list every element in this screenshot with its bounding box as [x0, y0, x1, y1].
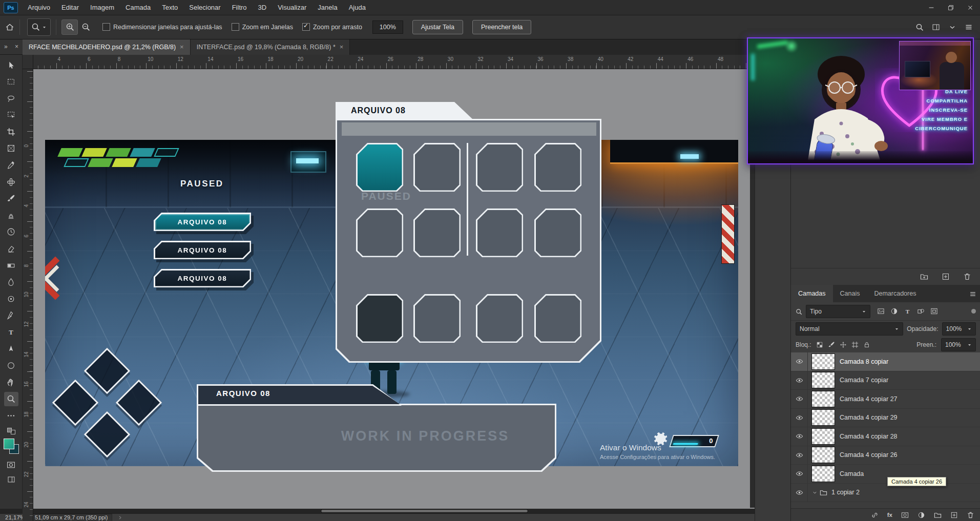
panel-menu-icon[interactable] [969, 289, 976, 298]
menu-editar[interactable]: Editar [56, 0, 85, 15]
folder-button[interactable] [934, 511, 942, 519]
layer-thumbnail[interactable] [812, 447, 835, 463]
tool-history-brush[interactable] [4, 225, 18, 239]
tool-path-select[interactable] [4, 342, 18, 356]
half-circle-button[interactable] [918, 511, 925, 519]
tool-crop[interactable] [4, 124, 18, 139]
opacity-select[interactable]: 100% [942, 322, 976, 336]
chevron-right-icon[interactable] [117, 514, 123, 520]
tool-move[interactable] [4, 58, 18, 72]
trash-icon[interactable] [963, 273, 971, 281]
tool-marquee[interactable] [4, 75, 18, 89]
tool-lasso[interactable] [4, 91, 18, 106]
fill-screen-button[interactable]: Preencher tela [472, 20, 531, 34]
folder-plus-icon[interactable] [920, 273, 928, 281]
layer-row-5[interactable]: Camada 4 copiar 28 [791, 427, 980, 446]
menu-texto[interactable]: Texto [156, 0, 183, 15]
window-close-button[interactable] [961, 0, 980, 15]
photoshop-logo-icon[interactable]: Ps [4, 2, 18, 13]
link-button[interactable] [871, 511, 879, 519]
filter-type-icon[interactable]: T [904, 307, 911, 315]
tool-stamp[interactable] [4, 208, 18, 222]
lock-lock-icon[interactable] [863, 341, 870, 348]
foreground-color-swatch[interactable] [4, 439, 14, 449]
menu-3d[interactable]: 3D [253, 0, 273, 15]
layer-row-3[interactable]: Camada 4 copiar 27 [791, 390, 980, 409]
layer-visibility-toggle[interactable] [791, 352, 808, 371]
tool-type[interactable]: T [4, 325, 18, 340]
horizontal-scrollbar[interactable] [0, 509, 755, 513]
tab-close-icon[interactable]: × [340, 43, 344, 51]
tool-blur[interactable] [4, 275, 18, 289]
menu-janela[interactable]: Janela [312, 0, 343, 15]
fill-select[interactable]: 100% [941, 338, 976, 351]
tool-dodge[interactable] [4, 291, 18, 306]
layer-visibility-toggle[interactable] [791, 484, 808, 502]
tool-gradient[interactable] [4, 258, 18, 273]
layer-visibility-toggle[interactable] [791, 446, 808, 465]
tool-ellipsis[interactable] [4, 408, 18, 423]
zoom-out-button[interactable] [78, 20, 93, 34]
chevron-down-icon[interactable] [948, 23, 956, 31]
tool-object-select[interactable] [4, 108, 18, 122]
lock-move-small-icon[interactable] [840, 341, 847, 348]
tool-healing[interactable] [4, 175, 18, 189]
lock-artboard-icon[interactable] [851, 341, 859, 348]
color-swatches[interactable] [4, 439, 19, 454]
status-document-info[interactable]: 51,09 cm x 29,7 cm (350 ppi) [30, 514, 112, 521]
option-checkbox-2[interactable]: Zoom por arrasto [302, 23, 362, 31]
tool-hand[interactable] [4, 375, 18, 389]
layer-row-2[interactable]: Camada 7 copiar [791, 371, 980, 390]
layer-thumbnail[interactable] [812, 391, 835, 407]
document-canvas[interactable]: PAUSED ARQUIVO 08ARQUIVO 08ARQUIVO 08 0 … [33, 69, 755, 509]
layer-row-4[interactable]: Camada 4 copiar 29 [791, 409, 980, 428]
menu-imagem[interactable]: Imagem [85, 0, 120, 15]
document-tab-1[interactable]: RFACE MECHBLADEHERO.psd @ 21,2% (RGB/8)× [23, 39, 191, 55]
panel-tab-demarcadores[interactable]: Demarcadores [867, 285, 923, 302]
default-colors-icon[interactable] [7, 428, 15, 434]
option-checkbox-1[interactable]: Zoom em Janelas [232, 23, 293, 31]
layer-thumbnail[interactable] [812, 429, 835, 444]
horizontal-ruler[interactable]: 2468101214161820222426283032343638404244… [23, 55, 755, 69]
menu-filtro[interactable]: Filtro [226, 0, 253, 15]
tool-pen[interactable] [4, 308, 18, 323]
fit-screen-button[interactable]: Ajustar Tela [412, 20, 463, 34]
layer-filter-select[interactable]: Tipo [806, 305, 870, 318]
hamburger-icon[interactable] [965, 23, 973, 31]
plus-square-icon[interactable] [942, 273, 950, 281]
layer-visibility-toggle[interactable] [791, 427, 808, 446]
menu-camada[interactable]: Camada [120, 0, 156, 15]
layer-thumbnail[interactable] [812, 354, 835, 369]
panel-tab-canais[interactable]: Canais [833, 285, 867, 302]
layer-thumbnail[interactable] [812, 410, 835, 425]
trash-button[interactable] [967, 511, 974, 519]
filter-toggle[interactable] [971, 309, 976, 314]
tool-shape[interactable] [4, 359, 18, 373]
layer-visibility-toggle[interactable] [791, 465, 808, 483]
plus-square-button[interactable] [950, 511, 958, 519]
window-minimize-button[interactable] [922, 0, 941, 15]
filter-smart-icon[interactable] [930, 307, 938, 315]
quick-mask-icon[interactable] [7, 460, 15, 469]
tool-zoom[interactable] [4, 392, 18, 406]
layer-row-7[interactable]: Camada [791, 465, 980, 484]
layer-visibility-toggle[interactable] [791, 371, 808, 390]
active-tool-preset[interactable] [27, 18, 51, 36]
lock-checker-icon[interactable] [816, 341, 823, 348]
document-tab-2[interactable]: INTERFACE.psd @ 19,8% (Camada 8, RGB/8) … [191, 39, 350, 55]
filter-half-circle-icon[interactable] [890, 307, 898, 315]
screen-mode-icon[interactable] [7, 475, 15, 484]
mask-button[interactable] [901, 511, 909, 519]
filter-shapes-icon[interactable] [917, 307, 925, 315]
tool-frame[interactable] [4, 141, 18, 156]
layer-row-8[interactable]: 1 copiar 2 [791, 484, 980, 503]
blend-mode-select[interactable]: Normal [796, 322, 903, 336]
layer-row-6[interactable]: Camada 4 copiar 26 [791, 446, 980, 465]
layer-thumbnail[interactable] [812, 372, 835, 388]
layer-visibility-toggle[interactable] [791, 390, 808, 408]
panel-collapse-icon[interactable]: » [4, 43, 8, 50]
panel-tab-camadas[interactable]: Camadas [791, 285, 833, 302]
layer-visibility-toggle[interactable] [791, 409, 808, 427]
zoom-in-button[interactable] [61, 19, 78, 35]
tool-eraser[interactable] [4, 242, 18, 256]
